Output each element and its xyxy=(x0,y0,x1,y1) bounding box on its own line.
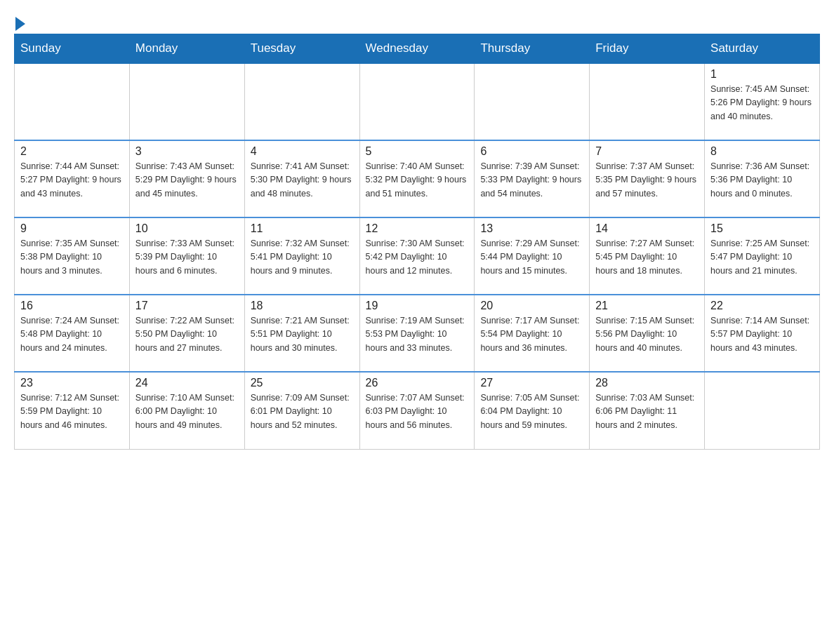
calendar-cell: 8Sunrise: 7:36 AM Sunset: 5:36 PM Daylig… xyxy=(705,140,820,217)
calendar-cell xyxy=(359,63,475,140)
day-number: 27 xyxy=(480,377,583,389)
day-info: Sunrise: 7:19 AM Sunset: 5:53 PM Dayligh… xyxy=(366,314,469,355)
day-info: Sunrise: 7:45 AM Sunset: 5:26 PM Dayligh… xyxy=(710,83,814,123)
day-of-week-header: Monday xyxy=(129,34,244,64)
page-header xyxy=(14,14,820,27)
calendar-cell: 12Sunrise: 7:30 AM Sunset: 5:42 PM Dayli… xyxy=(359,217,475,295)
calendar-week-row: 9Sunrise: 7:35 AM Sunset: 5:38 PM Daylig… xyxy=(15,217,820,295)
day-info: Sunrise: 7:43 AM Sunset: 5:29 PM Dayligh… xyxy=(135,160,239,201)
day-number: 3 xyxy=(135,145,239,158)
calendar-cell xyxy=(129,63,244,140)
day-number: 6 xyxy=(480,145,583,158)
calendar-cell xyxy=(15,63,130,140)
logo xyxy=(14,14,25,27)
day-number: 4 xyxy=(251,145,354,158)
calendar-cell: 21Sunrise: 7:15 AM Sunset: 5:56 PM Dayli… xyxy=(590,295,705,372)
calendar-cell: 28Sunrise: 7:03 AM Sunset: 6:06 PM Dayli… xyxy=(590,372,705,449)
day-number: 5 xyxy=(366,145,469,158)
day-number: 12 xyxy=(366,222,469,235)
day-number: 8 xyxy=(710,145,814,158)
calendar-cell: 11Sunrise: 7:32 AM Sunset: 5:41 PM Dayli… xyxy=(244,217,359,295)
calendar-cell: 2Sunrise: 7:44 AM Sunset: 5:27 PM Daylig… xyxy=(15,140,130,217)
day-number: 25 xyxy=(251,377,354,389)
calendar-cell: 24Sunrise: 7:10 AM Sunset: 6:00 PM Dayli… xyxy=(129,372,244,449)
day-info: Sunrise: 7:24 AM Sunset: 5:48 PM Dayligh… xyxy=(20,314,124,355)
day-info: Sunrise: 7:15 AM Sunset: 5:56 PM Dayligh… xyxy=(595,314,699,355)
day-info: Sunrise: 7:30 AM Sunset: 5:42 PM Dayligh… xyxy=(366,237,469,278)
day-number: 15 xyxy=(710,222,814,235)
day-number: 2 xyxy=(20,145,124,158)
day-of-week-header: Saturday xyxy=(705,34,820,64)
day-info: Sunrise: 7:29 AM Sunset: 5:44 PM Dayligh… xyxy=(480,237,583,278)
day-info: Sunrise: 7:41 AM Sunset: 5:30 PM Dayligh… xyxy=(251,160,354,201)
calendar-week-row: 23Sunrise: 7:12 AM Sunset: 5:59 PM Dayli… xyxy=(15,372,820,449)
calendar-cell: 16Sunrise: 7:24 AM Sunset: 5:48 PM Dayli… xyxy=(15,295,130,372)
calendar-table: SundayMondayTuesdayWednesdayThursdayFrid… xyxy=(14,34,820,450)
logo-arrow-icon xyxy=(15,17,25,31)
day-of-week-header: Tuesday xyxy=(244,34,359,64)
calendar-cell: 1Sunrise: 7:45 AM Sunset: 5:26 PM Daylig… xyxy=(705,63,820,140)
calendar-week-row: 1Sunrise: 7:45 AM Sunset: 5:26 PM Daylig… xyxy=(15,63,820,140)
calendar-cell: 27Sunrise: 7:05 AM Sunset: 6:04 PM Dayli… xyxy=(475,372,590,449)
calendar-cell: 15Sunrise: 7:25 AM Sunset: 5:47 PM Dayli… xyxy=(705,217,820,295)
calendar-cell xyxy=(705,372,820,449)
day-number: 24 xyxy=(135,377,239,389)
day-info: Sunrise: 7:44 AM Sunset: 5:27 PM Dayligh… xyxy=(20,160,124,201)
day-info: Sunrise: 7:21 AM Sunset: 5:51 PM Dayligh… xyxy=(251,314,354,355)
day-info: Sunrise: 7:37 AM Sunset: 5:35 PM Dayligh… xyxy=(595,160,699,201)
day-info: Sunrise: 7:40 AM Sunset: 5:32 PM Dayligh… xyxy=(366,160,469,201)
calendar-cell: 14Sunrise: 7:27 AM Sunset: 5:45 PM Dayli… xyxy=(590,217,705,295)
calendar-cell: 26Sunrise: 7:07 AM Sunset: 6:03 PM Dayli… xyxy=(359,372,475,449)
day-number: 10 xyxy=(135,222,239,235)
calendar-cell: 10Sunrise: 7:33 AM Sunset: 5:39 PM Dayli… xyxy=(129,217,244,295)
day-info: Sunrise: 7:39 AM Sunset: 5:33 PM Dayligh… xyxy=(480,160,583,201)
day-info: Sunrise: 7:22 AM Sunset: 5:50 PM Dayligh… xyxy=(135,314,239,355)
day-number: 19 xyxy=(366,300,469,312)
day-info: Sunrise: 7:33 AM Sunset: 5:39 PM Dayligh… xyxy=(135,237,239,278)
calendar-cell: 23Sunrise: 7:12 AM Sunset: 5:59 PM Dayli… xyxy=(15,372,130,449)
calendar-cell: 19Sunrise: 7:19 AM Sunset: 5:53 PM Dayli… xyxy=(359,295,475,372)
day-info: Sunrise: 7:05 AM Sunset: 6:04 PM Dayligh… xyxy=(480,391,583,432)
day-number: 22 xyxy=(710,300,814,312)
day-info: Sunrise: 7:17 AM Sunset: 5:54 PM Dayligh… xyxy=(480,314,583,355)
day-number: 16 xyxy=(20,300,124,312)
calendar-week-row: 16Sunrise: 7:24 AM Sunset: 5:48 PM Dayli… xyxy=(15,295,820,372)
calendar-week-row: 2Sunrise: 7:44 AM Sunset: 5:27 PM Daylig… xyxy=(15,140,820,217)
day-number: 7 xyxy=(595,145,699,158)
day-number: 26 xyxy=(366,377,469,389)
calendar-cell xyxy=(244,63,359,140)
day-number: 23 xyxy=(20,377,124,389)
day-number: 17 xyxy=(135,300,239,312)
day-number: 28 xyxy=(595,377,699,389)
calendar-cell: 7Sunrise: 7:37 AM Sunset: 5:35 PM Daylig… xyxy=(590,140,705,217)
day-number: 18 xyxy=(251,300,354,312)
calendar-cell: 18Sunrise: 7:21 AM Sunset: 5:51 PM Dayli… xyxy=(244,295,359,372)
day-info: Sunrise: 7:07 AM Sunset: 6:03 PM Dayligh… xyxy=(366,391,469,432)
calendar-cell: 5Sunrise: 7:40 AM Sunset: 5:32 PM Daylig… xyxy=(359,140,475,217)
calendar-header-row: SundayMondayTuesdayWednesdayThursdayFrid… xyxy=(15,34,820,64)
day-info: Sunrise: 7:36 AM Sunset: 5:36 PM Dayligh… xyxy=(710,160,814,201)
day-info: Sunrise: 7:35 AM Sunset: 5:38 PM Dayligh… xyxy=(20,237,124,278)
day-number: 1 xyxy=(710,68,814,81)
calendar-cell: 6Sunrise: 7:39 AM Sunset: 5:33 PM Daylig… xyxy=(475,140,590,217)
day-number: 14 xyxy=(595,222,699,235)
calendar-cell: 3Sunrise: 7:43 AM Sunset: 5:29 PM Daylig… xyxy=(129,140,244,217)
day-of-week-header: Thursday xyxy=(475,34,590,64)
calendar-cell: 13Sunrise: 7:29 AM Sunset: 5:44 PM Dayli… xyxy=(475,217,590,295)
calendar-cell: 20Sunrise: 7:17 AM Sunset: 5:54 PM Dayli… xyxy=(475,295,590,372)
calendar-cell: 22Sunrise: 7:14 AM Sunset: 5:57 PM Dayli… xyxy=(705,295,820,372)
calendar-cell: 25Sunrise: 7:09 AM Sunset: 6:01 PM Dayli… xyxy=(244,372,359,449)
calendar-cell xyxy=(475,63,590,140)
day-of-week-header: Wednesday xyxy=(359,34,475,64)
calendar-cell: 17Sunrise: 7:22 AM Sunset: 5:50 PM Dayli… xyxy=(129,295,244,372)
day-info: Sunrise: 7:12 AM Sunset: 5:59 PM Dayligh… xyxy=(20,391,124,432)
day-of-week-header: Sunday xyxy=(15,34,130,64)
day-number: 21 xyxy=(595,300,699,312)
calendar-cell: 4Sunrise: 7:41 AM Sunset: 5:30 PM Daylig… xyxy=(244,140,359,217)
calendar-cell xyxy=(590,63,705,140)
day-number: 13 xyxy=(480,222,583,235)
calendar-cell: 9Sunrise: 7:35 AM Sunset: 5:38 PM Daylig… xyxy=(15,217,130,295)
day-info: Sunrise: 7:25 AM Sunset: 5:47 PM Dayligh… xyxy=(710,237,814,278)
day-number: 9 xyxy=(20,222,124,235)
day-of-week-header: Friday xyxy=(590,34,705,64)
